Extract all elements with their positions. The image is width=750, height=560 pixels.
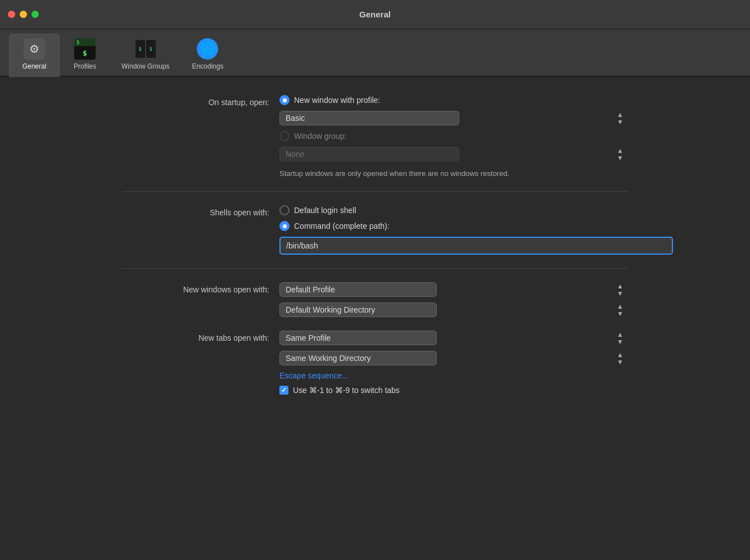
new-windows-controls: Default Profile Basic ▲▼ Default Working… [279,282,628,317]
command-radio[interactable] [279,221,290,231]
minimize-button[interactable] [20,11,27,18]
tab-general[interactable]: ⚙ General [9,34,60,77]
new-windows-label: New windows open with: [122,282,279,296]
new-windows-profile-select[interactable]: Default Profile Basic [279,282,437,297]
new-tabs-controls: Same Profile Default Profile Basic ▲▼ Sa… [279,331,628,395]
new-windows-directory-wrapper: Default Working Directory Home Directory… [279,302,628,317]
new-windows-profile-arrow: ▲▼ [617,283,624,297]
switch-tabs-label: Use ⌘-1 to ⌘-9 to switch tabs [293,386,400,395]
default-login-shell-radio[interactable] [279,205,290,215]
startup-row: On startup, open: New window with profil… [122,95,628,178]
profile-select-wrapper: Basic Default ▲▼ [279,111,628,125]
startup-label: On startup, open: [122,95,279,109]
window-group-select[interactable]: None [279,147,459,161]
maximize-button[interactable] [31,11,39,18]
new-window-radio-row: New window with profile: [279,95,628,105]
new-tabs-profile-wrapper: Same Profile Default Profile Basic ▲▼ [279,331,628,345]
shells-row: Shells open with: Default login shell Co… [122,205,628,255]
new-tabs-directory-wrapper: Same Working Directory Default Working D… [279,351,628,365]
window-group-radio-label: Window group: [294,132,346,141]
new-tabs-directory-arrow: ▲▼ [617,351,624,365]
new-window-radio[interactable] [279,95,290,105]
new-tabs-profile-select[interactable]: Same Profile Default Profile Basic [279,331,437,345]
new-window-radio-label: New window with profile: [294,96,380,105]
switch-tabs-checkbox[interactable] [279,386,288,395]
new-windows-row: New windows open with: Default Profile B… [122,282,628,317]
switch-tabs-row: Use ⌘-1 to ⌘-9 to switch tabs [279,386,628,395]
shells-controls: Default login shell Command (complete pa… [279,205,673,255]
divider-2 [122,268,628,269]
general-icon: ⚙ [23,38,46,60]
titlebar: General [0,0,750,29]
command-radio-row: Command (complete path): [279,221,673,231]
shells-label: Shells open with: [122,205,279,219]
new-windows-directory-select[interactable]: Default Working Directory Home Directory… [279,302,437,317]
main-content: On startup, open: New window with profil… [122,77,628,426]
profiles-icon: $ $ [74,38,96,60]
window-group-select-arrow: ▲▼ [617,147,624,161]
new-tabs-profile-arrow: ▲▼ [617,331,624,345]
window-controls [8,11,39,18]
new-tabs-label: New tabs open with: [122,331,279,344]
profile-select[interactable]: Basic Default [279,111,459,125]
new-windows-directory-arrow: ▲▼ [617,303,624,317]
window-title: General [359,10,391,19]
toolbar: ⚙ General $ $ Profiles $ $ Window Groups… [0,29,750,77]
tab-general-label: General [22,62,47,70]
tab-profiles[interactable]: $ $ Profiles [60,34,110,76]
profile-select-arrow: ▲▼ [617,111,624,125]
default-login-shell-row: Default login shell [279,205,673,215]
tab-profiles-label: Profiles [74,62,96,70]
encodings-icon: 🌐 [196,38,219,60]
close-button[interactable] [8,11,15,18]
tab-encodings[interactable]: 🌐 Encodings [180,34,234,76]
command-label: Command (complete path): [294,222,390,231]
new-tabs-row: New tabs open with: Same Profile Default… [122,331,628,395]
tab-encodings-label: Encodings [192,62,223,70]
tab-window-groups[interactable]: $ $ Window Groups [110,34,180,76]
startup-controls: New window with profile: Basic Default ▲… [279,95,628,178]
window-group-radio-row: Window group: [279,131,628,141]
window-group-select-wrapper: None ▲▼ [279,147,628,161]
default-login-shell-label: Default login shell [294,206,356,215]
window-group-radio[interactable] [279,131,290,141]
tab-window-groups-label: Window Groups [121,62,169,70]
escape-sequence-link[interactable]: Escape sequence... [279,371,628,380]
window-groups-icon: $ $ [134,38,157,60]
new-tabs-directory-select[interactable]: Same Working Directory Default Working D… [279,351,437,365]
startup-info-text: Startup windows are only opened when the… [279,169,628,178]
command-input[interactable] [279,237,673,255]
new-windows-profile-wrapper: Default Profile Basic ▲▼ [279,282,628,297]
divider-1 [122,191,628,192]
